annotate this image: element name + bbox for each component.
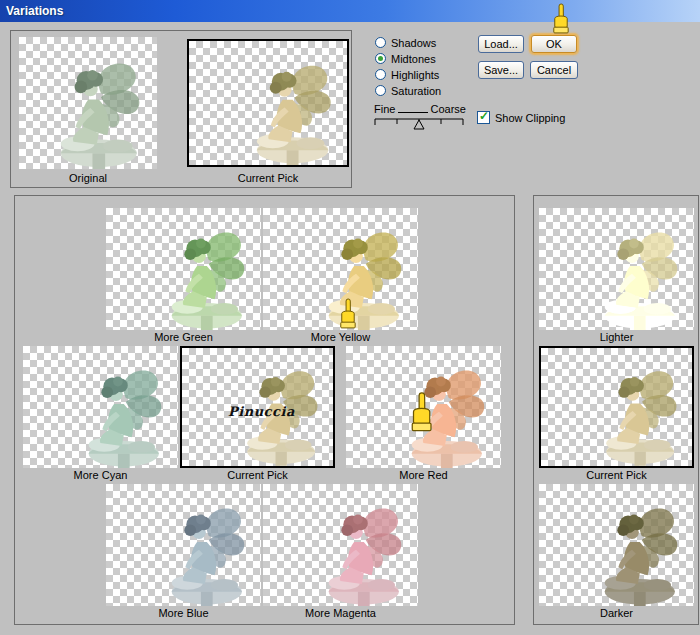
lighter-label: Lighter	[539, 330, 694, 344]
fairy-image	[591, 499, 689, 606]
slider-line	[398, 106, 427, 113]
lightness-panel: Lighter Current Pick Darker	[533, 195, 699, 625]
hand-cursor-icon	[336, 298, 359, 331]
darker-thumbnail[interactable]	[539, 484, 694, 606]
more-cyan-thumbnail[interactable]	[23, 346, 178, 468]
load-button[interactable]: Load...	[478, 35, 524, 53]
darker-label: Darker	[539, 606, 694, 620]
fine-label: Fine	[374, 103, 395, 115]
variations-grid-panel: More Green More Yellow More Cyan Pinucci…	[14, 195, 515, 625]
radio-highlights-label: Highlights	[391, 69, 439, 81]
radio-highlights[interactable]: Highlights	[375, 68, 439, 81]
radio-shadows-circle[interactable]	[375, 37, 386, 48]
slider-track[interactable]	[374, 116, 464, 131]
fairy-image	[46, 53, 152, 169]
more-yellow-label: More Yellow	[263, 330, 418, 344]
window-title: Variations	[0, 4, 63, 18]
more-blue-label: More Blue	[106, 606, 261, 620]
fairy-image	[158, 223, 256, 330]
show-clipping-label: Show Clipping	[495, 112, 565, 124]
watermark-text: Pinuccia	[228, 404, 295, 419]
slider-thumb[interactable]	[414, 120, 424, 129]
radio-midtones-label: Midtones	[391, 53, 436, 65]
more-green-label: More Green	[106, 330, 261, 344]
window-titlebar: Variations	[0, 0, 700, 22]
coarse-label: Coarse	[431, 103, 466, 115]
radio-midtones[interactable]: Midtones	[375, 52, 436, 65]
fairy-image	[75, 361, 173, 468]
more-red-label: More Red	[346, 468, 501, 482]
radio-highlights-circle[interactable]	[375, 69, 386, 80]
radio-saturation-circle[interactable]	[375, 85, 386, 96]
fairy-image	[243, 56, 342, 165]
current-pick-label-right: Current Pick	[539, 468, 694, 482]
ok-button[interactable]: OK	[531, 35, 577, 53]
hand-cursor-icon	[549, 3, 572, 36]
radio-shadows[interactable]: Shadows	[375, 36, 436, 49]
save-button[interactable]: Save...	[478, 61, 524, 79]
more-blue-thumbnail[interactable]	[106, 484, 261, 606]
original-label: Original	[19, 171, 157, 185]
radio-shadows-label: Shadows	[391, 37, 436, 49]
current-pick-thumbnail-top[interactable]	[187, 39, 349, 167]
more-magenta-label: More Magenta	[263, 606, 418, 620]
fairy-image	[315, 223, 413, 330]
fairy-image	[158, 499, 256, 606]
radio-saturation-label: Saturation	[391, 85, 441, 97]
current-pick-label-top: Current Pick	[187, 171, 349, 185]
original-thumbnail[interactable]	[19, 37, 157, 169]
more-cyan-label: More Cyan	[23, 468, 178, 482]
current-pick-thumbnail-right[interactable]	[539, 346, 694, 468]
fairy-image	[593, 362, 687, 466]
fairy-image	[591, 223, 689, 330]
lighter-thumbnail[interactable]	[539, 208, 694, 330]
current-pick-thumbnail-center[interactable]: Pinuccia	[180, 346, 335, 468]
more-green-thumbnail[interactable]	[106, 208, 261, 330]
more-magenta-thumbnail[interactable]	[263, 484, 418, 606]
coarseness-slider[interactable]: Fine Coarse	[374, 103, 466, 131]
hand-cursor-icon	[406, 390, 436, 436]
show-clipping-checkbox[interactable]	[477, 111, 490, 124]
cancel-button[interactable]: Cancel	[530, 61, 578, 79]
current-pick-label-center: Current Pick	[180, 468, 335, 482]
show-clipping-checkbox-row[interactable]: Show Clipping	[477, 111, 565, 124]
preview-panel: Original Current Pick	[10, 30, 352, 188]
radio-saturation[interactable]: Saturation	[375, 84, 441, 97]
radio-midtones-circle[interactable]	[375, 53, 386, 64]
fairy-image	[315, 499, 413, 606]
